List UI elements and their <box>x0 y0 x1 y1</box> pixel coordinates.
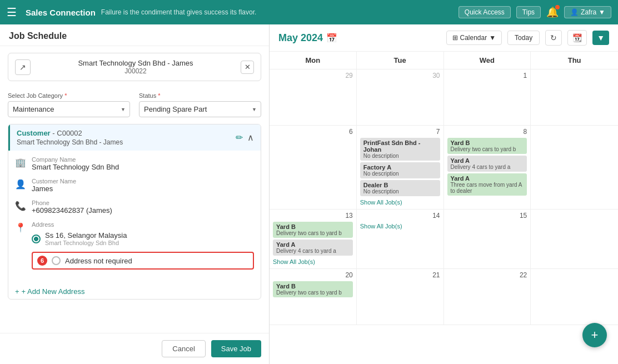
calendar-mini-button[interactable]: 📆 <box>567 30 587 46</box>
day-15: 15 <box>444 210 531 268</box>
job-category-label: Select Job Category * <box>8 92 130 99</box>
week-row-4: 20 Yard B Delivery two cars to yard b 21… <box>270 269 618 325</box>
add-address-button[interactable]: + + Add New Address <box>8 284 261 299</box>
date-num: 15 <box>447 212 527 220</box>
customer-name-value: James <box>32 185 76 193</box>
customer-name-label: Customer Name <box>32 178 76 185</box>
building-icon: 🏢 <box>15 157 26 168</box>
event-yard-a-8b[interactable]: Yard A Three cars move from yard A to de… <box>447 173 527 196</box>
day-22: 22 <box>444 269 531 325</box>
phone-label: Phone <box>32 200 112 206</box>
calendar-title: May 2024 📅 <box>278 32 337 44</box>
day-14: 14 Show All Job(s) <box>357 210 444 268</box>
tips-button[interactable]: Tips <box>516 6 541 18</box>
location-icon: 📍 <box>15 222 26 233</box>
today-button[interactable]: Today <box>507 31 540 45</box>
close-button[interactable]: ✕ <box>241 61 254 74</box>
job-category-group: Select Job Category * Maintenance <box>8 92 130 117</box>
event-title: Dealer B <box>363 182 437 188</box>
address-not-required-radio[interactable] <box>52 256 61 265</box>
event-yard-a-8[interactable]: Yard A Delivery 4 cars to yard a <box>447 156 527 172</box>
edit-customer-icon[interactable]: ✏ <box>236 132 243 143</box>
day-empty-3 <box>531 210 618 268</box>
event-yard-b-20[interactable]: Yard B Delivery two cars to yard b <box>273 281 353 297</box>
customer-code: - C00002 <box>52 129 82 137</box>
event-desc: Delivery 4 cars to yard a <box>451 164 524 170</box>
calendar-days-header: Mon Tue Wed Thu <box>270 52 618 69</box>
event-title: PrintFast Sdn Bhd - Johan <box>363 139 437 153</box>
date-num: 20 <box>273 271 353 279</box>
company-card: ↗ Smart Technology Sdn Bhd - James J0002… <box>8 53 261 81</box>
date-num: 30 <box>360 72 440 79</box>
customer-title: Customer - C00002 <box>17 129 123 137</box>
save-job-button[interactable]: Save Job <box>211 340 261 357</box>
job-category-select[interactable]: Maintenance <box>8 101 130 117</box>
user-menu[interactable]: 👤 Zafra ▼ <box>564 6 611 18</box>
event-yard-a-13[interactable]: Yard A Delivery 4 cars to yard a <box>273 240 353 256</box>
address-not-required-label: Address not required <box>65 257 132 265</box>
show-all-link-13[interactable]: Show All Job(s) <box>273 257 353 266</box>
right-panel: May 2024 📅 ⊞ Calendar ▼ Today ↻ 📆 ▼ Mon … <box>270 24 618 364</box>
refresh-button[interactable]: ↻ <box>545 30 562 46</box>
quick-access-button[interactable]: Quick Access <box>458 6 511 18</box>
event-title: Yard B <box>451 139 524 146</box>
event-title: Factory A <box>363 164 437 171</box>
status-select-wrapper[interactable]: Pending Spare Part <box>139 101 261 117</box>
event-dealer-b[interactable]: Dealer B No description <box>360 180 440 196</box>
status-label: Status * <box>139 92 261 99</box>
customer-header: Customer - C00002 Smart Technology Sdn B… <box>8 124 261 151</box>
event-desc: Delivery two cars to yard b <box>276 290 350 296</box>
week-row-1: 29 30 1 <box>270 69 618 126</box>
day-header-tue: Tue <box>357 52 444 69</box>
cancel-button[interactable]: Cancel <box>162 340 205 357</box>
show-all-link-14[interactable]: Show All Job(s) <box>360 222 440 231</box>
hamburger-icon[interactable]: ☰ <box>7 6 17 19</box>
person-icon: 👤 <box>15 179 26 190</box>
address-label: Address <box>32 221 254 228</box>
company-name-value: Smart Technology Sdn Bhd <box>32 163 119 171</box>
event-title: Yard B <box>276 223 350 230</box>
external-link-icon[interactable]: ↗ <box>15 59 31 75</box>
week-row-3: 13 Yard B Delivery two cars to yard b Ya… <box>270 210 618 269</box>
main-layout: Job Schedule ↗ Smart Technology Sdn Bhd … <box>0 24 618 364</box>
fab-add-button[interactable]: + <box>582 323 607 347</box>
company-card-name: Smart Technology Sdn Bhd - James <box>31 59 241 67</box>
event-factory-a[interactable]: Factory A No description <box>360 162 440 178</box>
calendar-date-picker-icon[interactable]: 📅 <box>326 33 337 43</box>
day-8: 8 Yard B Delivery two cars to yard b Yar… <box>444 126 531 209</box>
view-dropdown-icon: ▼ <box>489 34 496 42</box>
customer-name: Smart Technology Sdn Bhd - James <box>17 138 123 146</box>
event-printfast[interactable]: PrintFast Sdn Bhd - Johan No description <box>360 138 440 161</box>
event-yard-b-13[interactable]: Yard B Delivery two cars to yard b <box>273 222 353 238</box>
company-name-label: Company Name <box>32 156 119 163</box>
brand-name: Sales Connection <box>26 8 96 17</box>
collapse-icon[interactable]: ∧ <box>247 132 254 143</box>
event-desc: Three cars move from yard A to dealer <box>451 182 524 194</box>
plus-icon: + <box>15 287 19 296</box>
form-actions: Cancel Save Job <box>0 333 269 364</box>
event-desc: No description <box>363 153 437 159</box>
user-avatar-icon: 👤 <box>570 8 579 16</box>
date-num: 29 <box>273 72 353 79</box>
user-dropdown-icon: ▼ <box>599 8 605 16</box>
address-radio-checked[interactable] <box>32 235 41 243</box>
filter-button[interactable]: ▼ <box>592 31 609 45</box>
day-empty-4 <box>531 269 618 325</box>
notification-dot <box>555 5 560 9</box>
calendar-header: May 2024 📅 ⊞ Calendar ▼ Today ↻ 📆 ▼ <box>270 24 618 52</box>
date-num: 14 <box>360 212 440 220</box>
show-all-link-7[interactable]: Show All Job(s) <box>360 198 440 207</box>
day-20: 20 Yard B Delivery two cars to yard b <box>270 269 357 325</box>
event-yard-b-8[interactable]: Yard B Delivery two cars to yard b <box>447 138 527 154</box>
add-address-label: + Add New Address <box>22 287 85 296</box>
tagline: Failure is the condiment that gives succ… <box>101 8 453 16</box>
notification-icon[interactable]: 🔔 <box>546 6 559 18</box>
calendar-view-button[interactable]: ⊞ Calendar ▼ <box>446 31 502 45</box>
day-1: 1 <box>444 69 531 125</box>
status-select[interactable]: Pending Spare Part <box>139 101 261 117</box>
event-title: Yard A <box>276 241 350 248</box>
job-category-select-wrapper[interactable]: Maintenance <box>8 101 130 117</box>
date-num: 1 <box>447 72 527 79</box>
panel-title: Job Schedule <box>0 24 269 46</box>
date-num: 21 <box>360 271 440 279</box>
